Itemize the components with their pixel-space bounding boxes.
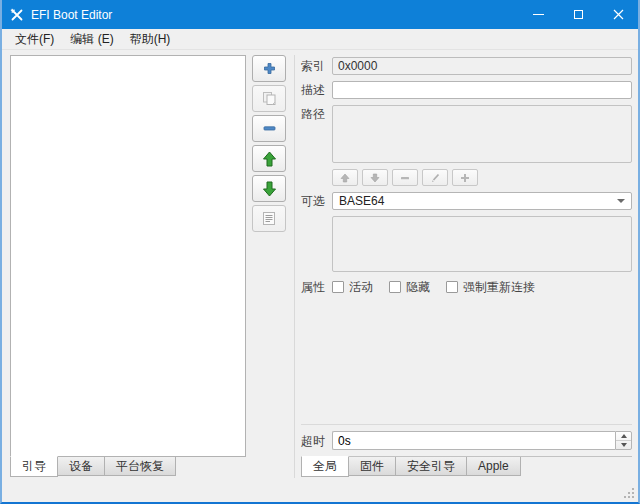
crossed-tools-icon [10,8,24,22]
timeout-label: 超时 [301,432,327,450]
close-button[interactable] [598,0,638,29]
main-content: 引导 设备 平台恢复 [2,50,638,478]
path-edit-button[interactable] [422,169,448,186]
path-list[interactable] [332,105,632,163]
settings-tab-bar: 全局 固件 安全引导 Apple [301,457,632,478]
hidden-checkbox[interactable] [389,281,401,293]
spin-up-button[interactable] [616,432,631,441]
plus-icon [460,173,470,183]
optional-label: 可选 [301,192,327,210]
hidden-checkbox-label: 隐藏 [406,279,430,296]
timeout-spinbox [332,431,632,450]
tab-device[interactable]: 设备 [57,457,105,476]
left-panel: 引导 设备 平台恢复 [10,55,246,478]
maximize-icon [574,10,583,19]
tab-secure-boot-label: 安全引导 [407,458,455,475]
minus-icon [400,173,410,183]
optional-format-select[interactable]: BASE64 [332,192,632,210]
index-row: 索引 [301,57,632,75]
path-remove-button[interactable] [392,169,418,186]
description-field[interactable] [332,81,632,99]
path-row: 路径 [301,105,632,163]
arrow-down-icon [370,173,380,183]
tab-apple-label: Apple [478,459,509,473]
tab-firmware-label: 固件 [360,458,384,475]
panel-separator [294,55,295,478]
arrow-up-icon [262,151,277,167]
force-reconnect-checkbox-group: 强制重新连接 [446,279,535,296]
tab-platform-recovery[interactable]: 平台恢复 [104,457,176,476]
tab-global-label: 全局 [313,458,337,475]
description-label: 描述 [301,81,327,99]
optional-format-value: BASE64 [339,194,617,208]
minimize-icon [533,14,544,15]
optional-row: 可选 BASE64 [301,192,632,210]
optional-data-row [301,216,632,272]
entry-editor-panel: 索引 描述 路径 [301,55,632,478]
titlebar: EFI Boot Editor [2,0,638,29]
timeout-spin-buttons [615,431,632,450]
move-up-button[interactable] [252,145,286,172]
entry-toolbar [252,55,286,478]
move-down-button[interactable] [252,175,286,202]
arrow-up-icon [340,173,350,183]
timeout-row: 超时 [301,431,632,450]
index-label: 索引 [301,57,327,75]
plus-icon [263,62,276,75]
minimize-button[interactable] [518,0,558,29]
menu-help[interactable]: 帮助(H) [122,29,179,50]
spin-down-button[interactable] [616,441,631,449]
tab-secure-boot[interactable]: 安全引导 [395,457,467,476]
path-label: 路径 [301,105,327,123]
copy-icon [262,91,277,106]
form-spacer [301,302,632,424]
menubar: 文件(F) 编辑 (E) 帮助(H) [2,29,638,50]
path-add-button[interactable] [452,169,478,186]
copy-entry-button[interactable] [252,85,286,112]
force-reconnect-checkbox[interactable] [446,281,458,293]
left-tab-bar: 引导 设备 平台恢复 [10,457,246,478]
tab-boot-label: 引导 [22,458,46,475]
minus-icon [263,122,276,135]
chevron-down-icon [617,199,625,203]
spin-up-icon [621,434,627,438]
arrow-down-icon [262,181,277,197]
tab-apple[interactable]: Apple [466,457,521,476]
boot-entry-list[interactable] [10,55,246,457]
hidden-checkbox-group: 隐藏 [389,279,430,296]
path-move-down-button[interactable] [362,169,388,186]
description-row: 描述 [301,81,632,99]
menu-file[interactable]: 文件(F) [7,29,62,50]
active-checkbox-label: 活动 [349,279,373,296]
tab-device-label: 设备 [69,458,93,475]
window-controls [518,0,638,29]
spin-down-icon [621,443,627,447]
efi-boot-editor-window: EFI Boot Editor 文件(F) 编辑 (E) 帮助(H) [0,0,640,504]
attributes-label: 属性 [301,278,327,296]
force-reconnect-checkbox-label: 强制重新连接 [463,279,535,296]
path-toolbar [332,169,632,186]
bottom-strip [2,478,638,502]
document-icon [262,211,276,226]
maximize-button[interactable] [558,0,598,29]
timeout-separator [301,424,632,425]
path-move-up-button[interactable] [332,169,358,186]
pencil-icon [430,172,441,183]
tab-boot[interactable]: 引导 [10,456,58,477]
attributes-row: 属性 活动 隐藏 强制重新连接 [301,278,632,296]
details-button[interactable] [252,205,286,232]
timeout-field[interactable] [332,431,615,450]
add-entry-button[interactable] [252,55,286,82]
optional-data-field[interactable] [332,216,632,272]
window-title: EFI Boot Editor [31,8,112,22]
menu-edit[interactable]: 编辑 (E) [62,29,121,50]
remove-entry-button[interactable] [252,115,286,142]
tab-firmware[interactable]: 固件 [348,457,396,476]
tab-global[interactable]: 全局 [301,456,349,477]
index-field[interactable] [332,57,632,75]
settings-tab-bar-wrap: 全局 固件 安全引导 Apple [301,456,632,478]
active-checkbox-group: 活动 [332,279,373,296]
tab-platform-recovery-label: 平台恢复 [116,458,164,475]
active-checkbox[interactable] [332,281,344,293]
resize-grip-icon[interactable] [623,487,634,498]
